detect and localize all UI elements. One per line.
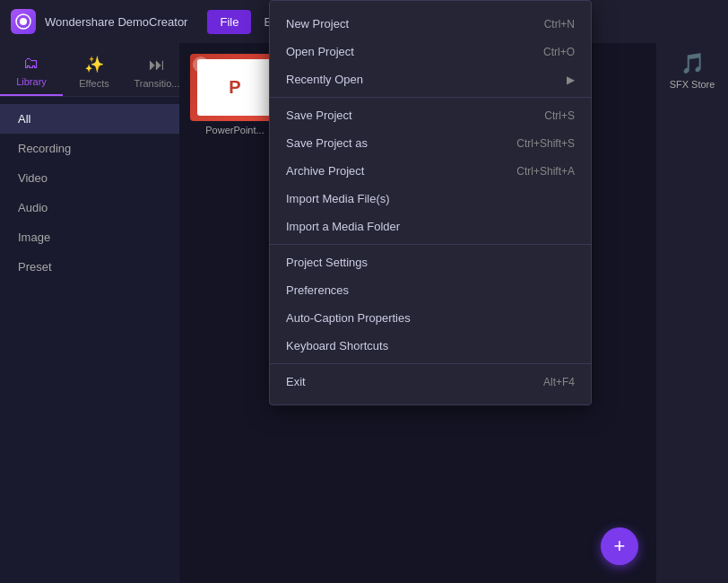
menu-recently-open[interactable]: Recently Open ▶ <box>270 65 591 93</box>
menu-save-project-as[interactable]: Save Project as Ctrl+Shift+S <box>270 129 591 157</box>
menu-section-1: New Project Ctrl+N Open Project Ctrl+O R… <box>270 6 591 98</box>
menu-preferences[interactable]: Preferences <box>270 276 591 304</box>
menu-open-project[interactable]: Open Project Ctrl+O <box>270 38 591 65</box>
menu-keyboard-shortcuts[interactable]: Keyboard Shortcuts <box>270 332 591 360</box>
menu-section-4: Exit Alt+F4 <box>270 364 591 399</box>
menu-import-media[interactable]: Import Media File(s) <box>270 185 591 213</box>
menu-save-project[interactable]: Save Project Ctrl+S <box>270 101 591 129</box>
menu-section-3: Project Settings Preferences Auto-Captio… <box>270 245 591 364</box>
menu-import-folder[interactable]: Import a Media Folder <box>270 213 591 240</box>
dropdown-overlay[interactable]: New Project Ctrl+N Open Project Ctrl+O R… <box>0 0 728 583</box>
menu-section-2: Save Project Ctrl+S Save Project as Ctrl… <box>270 98 591 245</box>
menu-new-project[interactable]: New Project Ctrl+N <box>270 10 591 38</box>
menu-archive-project[interactable]: Archive Project Ctrl+Shift+A <box>270 157 591 185</box>
recently-open-arrow: ▶ <box>567 74 575 86</box>
file-dropdown-menu: New Project Ctrl+N Open Project Ctrl+O R… <box>269 0 592 405</box>
menu-exit[interactable]: Exit Alt+F4 <box>270 368 591 396</box>
menu-project-settings[interactable]: Project Settings <box>270 248 591 276</box>
menu-auto-caption[interactable]: Auto-Caption Properties <box>270 304 591 332</box>
